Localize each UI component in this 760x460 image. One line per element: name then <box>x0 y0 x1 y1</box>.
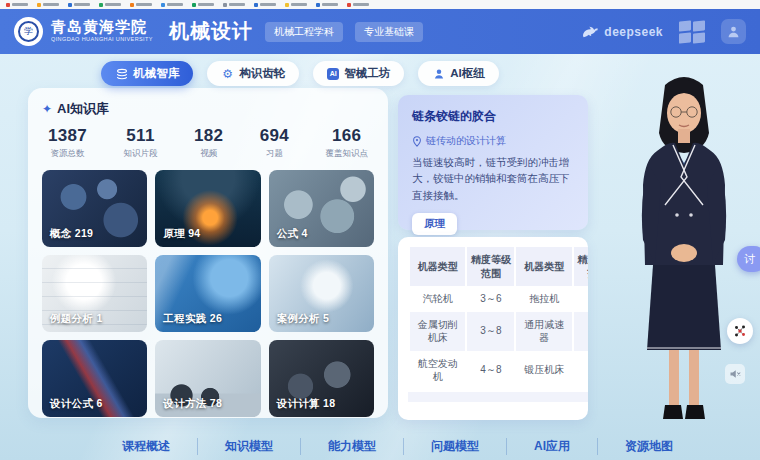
table-row: 金属切削机床 3～8 通用减速器 6 <box>410 312 588 351</box>
bookmark-item[interactable] <box>130 3 152 7</box>
stat-videos: 182 视频 <box>194 126 223 160</box>
tab-ai-hub[interactable]: AI枢纽 <box>418 61 499 86</box>
table-row: 汽轮机 3～6 拖拉机 6 <box>410 286 588 312</box>
col-header: 精度等级范围 <box>467 247 514 286</box>
category-tile-engineering-practice[interactable]: 工程实践 26 <box>155 255 260 332</box>
stats-row: 1387 资源总数 511 知识片段 182 视频 694 习题 166 覆盖知… <box>40 120 376 168</box>
university-name: 青岛黄海学院 QINGDAO HUANGHAI UNIVERSITY <box>51 20 153 44</box>
category-tile-principles[interactable]: 原理 94 <box>155 170 260 247</box>
nav-knowledge-model[interactable]: 知识模型 <box>198 438 301 455</box>
tile-label: 例题分析 <box>50 312 93 324</box>
category-tile-design-methods[interactable]: 设计方法 78 <box>155 340 260 417</box>
bookmark-item[interactable] <box>316 3 338 7</box>
stat-knowledge-fragments: 511 知识片段 <box>124 126 158 160</box>
cell: 6 <box>574 351 588 390</box>
university-emblem-icon: 学 <box>18 21 39 42</box>
tab-smart-workshop[interactable]: AI 智械工坊 <box>313 61 404 86</box>
tile-count: 78 <box>210 397 222 409</box>
bookmark-item[interactable] <box>99 3 121 7</box>
tile-count: 219 <box>75 227 93 239</box>
tab-label: AI枢纽 <box>450 66 485 81</box>
ai-knowledge-base-panel: ✦ AI知识库 1387 资源总数 511 知识片段 182 视频 694 习题… <box>28 88 388 418</box>
course-type-badge: 专业基础课 <box>355 22 423 42</box>
category-tile-concepts[interactable]: 概念 219 <box>42 170 147 247</box>
bookmark-item[interactable] <box>68 3 90 7</box>
apps-grid-icon[interactable] <box>679 21 705 43</box>
nav-ai-application[interactable]: AI应用 <box>507 438 598 455</box>
stat-exercises: 694 习题 <box>260 126 289 160</box>
gear-icon: ⚙ <box>221 67 234 80</box>
panel-header: ✦ AI知识库 <box>40 98 376 120</box>
stat-knowledge-points: 166 覆盖知识点 <box>326 126 369 160</box>
topic-tag-label: 链传动的设计计算 <box>426 134 506 148</box>
bookmark-item[interactable] <box>347 3 369 7</box>
university-name-en: QINGDAO HUANGHAI UNIVERSITY <box>51 37 153 43</box>
category-tile-case-analysis[interactable]: 案例分析 5 <box>269 255 374 332</box>
category-tile-formulas[interactable]: 公式 4 <box>269 170 374 247</box>
knowledge-graph-icon <box>733 324 747 338</box>
cell: 3～6 <box>467 286 514 312</box>
stat-value: 182 <box>194 126 223 146</box>
tile-label: 工程实践 <box>163 312 206 324</box>
tab-label: 构识齿轮 <box>239 66 285 81</box>
tile-label: 设计方法 <box>163 397 206 409</box>
category-grid: 概念 219 原理 94 公式 4 例题分析 1 工程实践 26 案例分析 5 … <box>40 168 376 419</box>
tile-count: 5 <box>323 312 329 324</box>
category-tile-design-calculations[interactable]: 设计计算 18 <box>269 340 374 417</box>
cell: 拖拉机 <box>516 286 571 312</box>
bookmark-item[interactable] <box>37 3 59 7</box>
nav-problem-model[interactable]: 问题模型 <box>404 438 507 455</box>
knowledge-graph-edge-button[interactable] <box>727 318 753 344</box>
app-header: 学 青岛黄海学院 QINGDAO HUANGHAI UNIVERSITY 机械设… <box>0 9 760 54</box>
category-tile-design-formulas[interactable]: 设计公式 6 <box>42 340 147 417</box>
tab-label: 智械工坊 <box>344 66 390 81</box>
bookmark-item[interactable] <box>161 3 183 7</box>
tab-gear-knowledge[interactable]: ⚙ 构识齿轮 <box>207 61 299 86</box>
tile-count: 26 <box>210 312 222 324</box>
sparkle-icon: ✦ <box>42 102 52 116</box>
discussion-edge-button[interactable]: 讨 <box>737 246 760 272</box>
tile-label: 公式 <box>277 227 299 239</box>
tile-count: 1 <box>96 312 102 324</box>
deepseek-wordmark: deepseek <box>604 25 663 39</box>
topic-card: 链条铰链的胶合 链传动的设计计算 当链速较高时，链节受到的冲击增大，铰链中的销轴… <box>398 95 588 230</box>
tile-label: 案例分析 <box>277 312 320 324</box>
deepseek-brand: deepseek <box>581 25 663 39</box>
section-tabs: 机械智库 ⚙ 构识齿轮 AI 智械工坊 AI枢纽 <box>0 61 600 86</box>
bookmark-item[interactable] <box>6 3 28 7</box>
stat-value: 1387 <box>48 126 87 146</box>
nav-resource-map[interactable]: 资源地图 <box>598 438 700 455</box>
bookmark-item[interactable] <box>223 3 245 7</box>
col-header: 机器类型 <box>516 247 571 286</box>
topic-tag-link[interactable]: 链传动的设计计算 <box>412 134 574 148</box>
user-avatar-button[interactable] <box>721 19 746 44</box>
nav-ability-model[interactable]: 能力模型 <box>301 438 404 455</box>
stat-label: 习题 <box>260 148 289 160</box>
browser-bookmarks-bar[interactable] <box>0 0 760 9</box>
machine-precision-table: 机器类型 精度等级范围 机器类型 精度等级范围 汽轮机 3～6 拖拉机 6 金属… <box>408 247 588 390</box>
bookmark-item[interactable] <box>192 3 214 7</box>
cell: 航空发动机 <box>410 351 465 390</box>
nav-course-overview[interactable]: 课程概述 <box>95 438 198 455</box>
stat-value: 166 <box>326 126 369 146</box>
stat-label: 知识片段 <box>124 148 158 160</box>
tile-count: 4 <box>301 227 307 239</box>
user-icon <box>727 25 740 38</box>
category-tile-example-analysis[interactable]: 例题分析 1 <box>42 255 147 332</box>
discussion-label: 讨 <box>744 252 755 267</box>
tile-count: 18 <box>323 397 335 409</box>
tile-count: 6 <box>96 397 102 409</box>
bookmark-item[interactable] <box>285 3 307 7</box>
tab-mechanical-think-tank[interactable]: 机械智库 <box>101 61 193 86</box>
stat-resources: 1387 资源总数 <box>48 126 87 160</box>
tile-label: 设计计算 <box>277 397 320 409</box>
speaker-muted-icon <box>729 368 741 380</box>
bookmark-item[interactable] <box>254 3 276 7</box>
cell: 6 <box>574 312 588 351</box>
stat-value: 511 <box>124 126 158 146</box>
principle-button[interactable]: 原理 <box>412 213 457 235</box>
tile-label: 原理 <box>163 227 185 239</box>
cell: 通用减速器 <box>516 312 571 351</box>
mute-speaker-button[interactable] <box>725 364 745 384</box>
cell: 金属切削机床 <box>410 312 465 351</box>
